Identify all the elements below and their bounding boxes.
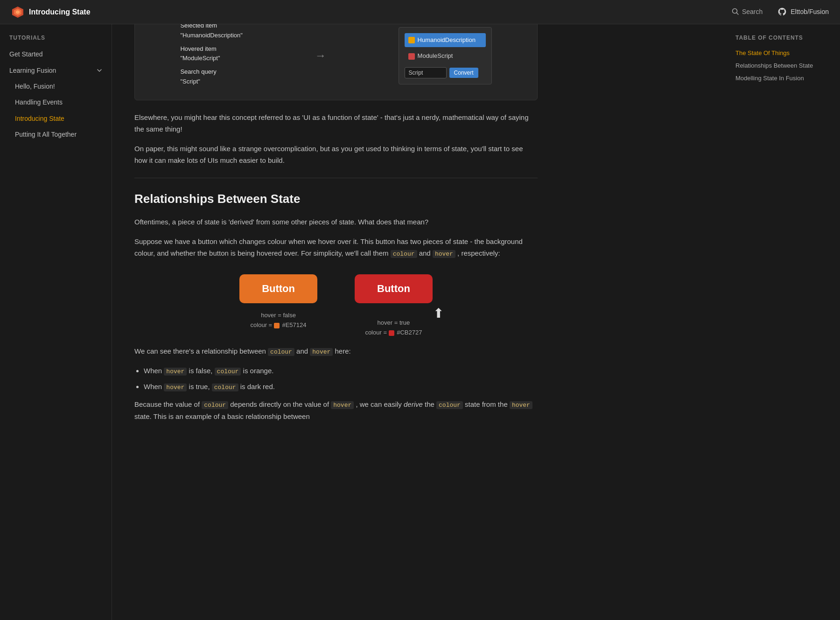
button-demo-left: Button hover = false colour = #E57124: [239, 274, 317, 338]
code-colour-b1: colour: [215, 368, 241, 376]
code-colour-b2: colour: [212, 383, 238, 391]
code-colour3: colour: [202, 401, 228, 409]
demo-list-item-1: HumanoidDescription: [405, 33, 486, 48]
bullet-item-1: When hover is false, colour is orange.: [144, 365, 538, 377]
code-hover-b2: hover: [164, 383, 187, 391]
code-hover2: hover: [310, 348, 333, 356]
code-hover3: hover: [331, 401, 354, 409]
sidebar-item-hello-fusion-label: Hello, Fusion!: [15, 81, 55, 91]
demo-convert-button[interactable]: Convert: [449, 68, 478, 78]
sidebar-item-get-started[interactable]: Get Started: [0, 46, 112, 62]
demo-top: Selected item "HumanoidDescription" Hove…: [134, 11, 538, 100]
code-colour: colour: [391, 250, 417, 258]
toc-item-modelling-label: Modelling State In Fusion: [735, 75, 804, 82]
button-demo-right: Button ⬆ hover = true colour = #CB2727: [355, 274, 433, 338]
github-link[interactable]: Elttob/Fusion: [777, 7, 829, 17]
code-colour2: colour: [268, 348, 294, 356]
demo-button-orange[interactable]: Button: [239, 274, 317, 303]
github-icon: [777, 7, 787, 16]
code-hover: hover: [433, 250, 455, 258]
demo-list-item-2-label: ModuleScript: [418, 51, 453, 61]
red-color-swatch: [389, 330, 394, 336]
sidebar-item-learning-fusion[interactable]: Learning Fusion: [0, 63, 112, 78]
demo-search-input[interactable]: [405, 67, 447, 78]
paragraph-6: Because the value of colour depends dire…: [134, 398, 538, 423]
sidebar-item-get-started-label: Get Started: [9, 49, 43, 59]
bullet-list: When hover is false, colour is orange. W…: [144, 365, 538, 393]
paragraph-3: Oftentimes, a piece of state is 'derived…: [134, 216, 538, 228]
paragraph-4: Suppose we have a button which changes c…: [134, 236, 538, 260]
search-query-label: Search query "Script": [180, 67, 243, 87]
hovered-item-label: Hovered item "ModuleScript": [180, 44, 243, 64]
humanoid-icon: [408, 37, 415, 43]
toc-title: Table of contents: [735, 34, 829, 42]
toc-item-modelling[interactable]: Modelling State In Fusion: [735, 72, 829, 85]
section-heading-relationships: Relationships Between State: [134, 189, 538, 209]
section-divider: [134, 178, 538, 178]
header-logo[interactable]: Introducing State: [11, 6, 91, 19]
orange-color-swatch: [274, 323, 280, 328]
svg-line-4: [736, 13, 738, 15]
header-search[interactable]: Search: [732, 7, 763, 17]
sidebar-item-putting-together-label: Putting It All Together: [15, 129, 77, 139]
button-left-state: hover = false colour = #E57124: [251, 311, 307, 330]
sidebar-item-putting-together[interactable]: Putting It All Together: [0, 126, 112, 142]
bullet-item-2: When hover is true, colour is dark red.: [144, 381, 538, 393]
demo-right-panel: HumanoidDescription ModuleScript Convert: [399, 27, 492, 85]
sidebar-item-hello-fusion[interactable]: Hello, Fusion!: [0, 78, 112, 94]
arrow-icon: →: [315, 47, 326, 64]
sidebar-item-handling-events[interactable]: Handling Events: [0, 94, 112, 110]
github-label: Elttob/Fusion: [791, 7, 829, 17]
module-icon: [408, 53, 415, 60]
toc-item-relationships-label: Relationships Between State: [735, 62, 813, 69]
button-right-state: hover = true colour = #CB2727: [365, 318, 422, 338]
demo-button-red[interactable]: Button: [355, 274, 433, 303]
chevron-down-icon: [97, 68, 102, 73]
code-hover-b1: hover: [164, 368, 187, 376]
code-colour4: colour: [436, 401, 463, 409]
table-of-contents: Table of contents The State Of Things Re…: [735, 34, 829, 85]
toc-item-relationships[interactable]: Relationships Between State: [735, 60, 829, 72]
search-label: Search: [742, 7, 763, 17]
cursor-icon: ⬆: [433, 303, 444, 324]
toc-item-state-of-things-label: The State Of Things: [735, 49, 790, 56]
sidebar-tutorials-label: Tutorials: [0, 34, 112, 46]
toc-item-state-of-things[interactable]: The State Of Things: [735, 47, 829, 60]
button-demo-row: Button hover = false colour = #E57124 Bu…: [134, 274, 538, 338]
search-icon: [732, 8, 739, 15]
sidebar-item-introducing-state-label: Introducing State: [15, 113, 64, 124]
derive-em: derive: [404, 400, 423, 408]
code-hover4: hover: [510, 401, 532, 409]
sidebar-item-handling-events-label: Handling Events: [15, 97, 63, 107]
demo-list-item-2: ModuleScript: [405, 49, 486, 63]
header-title: Introducing State: [29, 6, 91, 18]
sidebar-item-introducing-state[interactable]: Introducing State: [0, 111, 112, 126]
demo-left-panel: Selected item "HumanoidDescription" Hove…: [180, 21, 243, 91]
sidebar-learning-fusion-label: Learning Fusion: [9, 65, 56, 76]
sidebar: Tutorials Get Started Learning Fusion He…: [0, 24, 112, 441]
demo-list-item-1-label: HumanoidDescription: [418, 35, 476, 45]
demo-search-row: Convert: [405, 67, 486, 78]
logo-icon: [11, 6, 24, 19]
paragraph-2: On paper, this might sound like a strang…: [134, 143, 538, 167]
paragraph-5: We can see there's a relationship betwee…: [134, 345, 538, 357]
paragraph-1: Elsewhere, you might hear this concept r…: [134, 111, 538, 135]
header: Introducing State Search Elttob/Fusion: [0, 0, 840, 24]
main-content: Selected item "HumanoidDescription" Hove…: [112, 0, 560, 441]
